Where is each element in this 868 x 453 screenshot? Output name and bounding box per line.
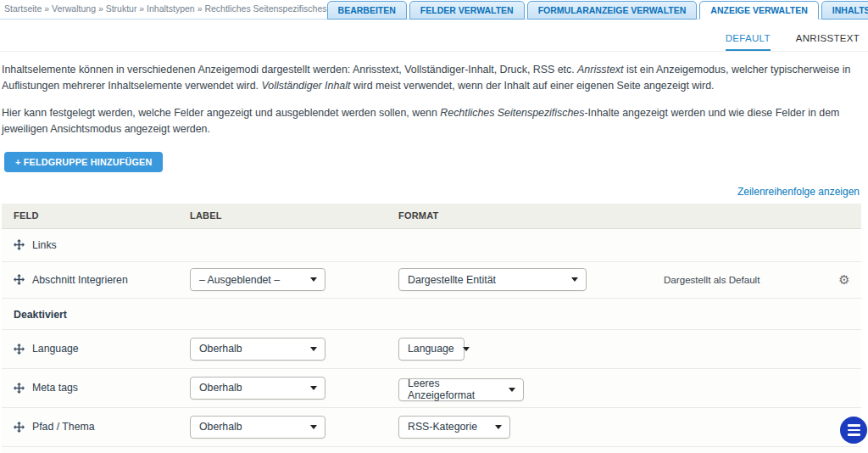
table-section-row: Deaktiviert: [2, 299, 861, 330]
drag-handle-icon[interactable]: [14, 422, 25, 433]
table-row: Abschnitt Integrieren – Ausgeblendet – D…: [2, 262, 861, 299]
row-order-wrapper: Zeilenreihenfolge anzeigen: [2, 183, 860, 199]
add-fieldgroup-button[interactable]: + FELDGRUPPE HINZUFÜGEN: [4, 152, 163, 172]
chevron-down-icon: [571, 277, 578, 282]
table-row: Meta tags Oberhalb Leeres Anzeigeformat: [2, 369, 861, 408]
select-value: Oberhalb: [199, 421, 242, 433]
column-header-label: LABEL: [178, 210, 387, 221]
format-select[interactable]: Dargestellte Entität: [398, 268, 587, 291]
section-name: Deaktiviert: [14, 309, 67, 321]
intro-paragraph-2: Hier kann festgelegt werden, welche Feld…: [2, 105, 861, 138]
display-fields-table: FELD LABEL FORMAT Links Abschnitt Integr: [2, 204, 861, 453]
primary-tabs: BEARBEITEN FELDER VERWALTEN FORMULARANZE…: [327, 1, 868, 19]
format-select[interactable]: RSS-Kategorie: [398, 416, 510, 439]
select-value: Leeres Anzeigeformat: [408, 378, 500, 401]
field-name: Meta tags: [32, 382, 78, 394]
field-name: Links: [32, 239, 57, 251]
intro-text: Inhaltselemente können in verschiedenen …: [2, 64, 577, 76]
label-select[interactable]: Oberhalb: [190, 416, 326, 439]
table-row: Pfad / Thema Oberhalb RSS-Kategorie: [2, 408, 861, 447]
table-row: Real-time SEO Oberhalb Echtzeit-SEO-Anze…: [2, 447, 861, 453]
select-value: Oberhalb: [199, 382, 242, 394]
subtab-default[interactable]: DEFAULT: [726, 33, 771, 51]
view-mode-tabs: DEFAULT ANRISSTEXT: [0, 20, 868, 52]
chevron-down-icon: [310, 386, 317, 390]
chevron-down-icon: [310, 347, 317, 351]
table-row: Links: [2, 229, 861, 262]
format-select[interactable]: Leeres Anzeigeformat: [398, 378, 524, 401]
select-value: Dargestellte Entität: [408, 274, 496, 286]
tab-formularanzeige-verwalten[interactable]: FORMULARANZEIGE VERWALTEN: [527, 1, 698, 20]
tab-felder-verwalten[interactable]: FELDER VERWALTEN: [409, 1, 525, 20]
intro-text: Hier kann festgelegt werden, welche Feld…: [2, 107, 440, 119]
breadcrumb[interactable]: Startseite » Verwaltung » Struktur » Inh…: [4, 3, 327, 19]
table-row: Language Oberhalb Language: [2, 330, 861, 369]
intro-text-italic: Vollständiger Inhalt: [261, 80, 350, 92]
drag-handle-icon[interactable]: [14, 344, 25, 355]
drag-handle-icon[interactable]: [14, 239, 25, 250]
tab-inhaltstyp-uebersetzen[interactable]: INHALTSTYP ÜBERSETZEN: [821, 1, 868, 20]
chevron-down-icon: [509, 388, 515, 392]
show-row-weights-link[interactable]: Zeilenreihenfolge anzeigen: [737, 186, 860, 198]
drag-handle-icon[interactable]: [14, 274, 25, 285]
select-value: – Ausgeblendet –: [199, 274, 280, 286]
field-name: Language: [32, 343, 79, 355]
chevron-down-icon: [310, 277, 317, 282]
select-value: RSS-Kategorie: [408, 421, 477, 433]
label-select[interactable]: Oberhalb: [190, 338, 326, 361]
hamburger-menu-icon: [848, 424, 860, 427]
drag-handle-icon[interactable]: [14, 383, 25, 394]
header-bar: Startseite » Verwaltung » Struktur » Inh…: [0, 0, 868, 20]
select-value: Language: [408, 343, 454, 355]
chevron-down-icon: [310, 425, 317, 429]
label-select[interactable]: – Ausgeblendet –: [190, 268, 326, 291]
hamburger-menu-icon: [848, 433, 860, 436]
tab-anzeige-verwalten[interactable]: ANZEIGE VERWALTEN: [699, 1, 819, 20]
select-value: Oberhalb: [199, 343, 242, 355]
intro-text-italic: Anrisstext: [577, 64, 623, 76]
tab-bearbeiten[interactable]: BEARBEITEN: [327, 1, 407, 20]
column-header-format: FORMAT: [387, 210, 664, 221]
format-summary: Dargestellt als Default: [664, 274, 827, 285]
column-header-feld: FELD: [2, 210, 178, 221]
intro-text: wird meist verwendet, wenn der Inhalt au…: [350, 80, 714, 92]
chevron-down-icon: [463, 347, 470, 351]
table-header-row: FELD LABEL FORMAT: [2, 204, 861, 229]
chevron-down-icon: [495, 425, 502, 429]
settings-gear-icon[interactable]: ⚙: [838, 272, 849, 287]
intro-paragraph-1: Inhaltselemente können in verschiedenen …: [2, 62, 861, 95]
subtab-anrisstext[interactable]: ANRISSTEXT: [796, 33, 860, 51]
hamburger-menu-icon: [848, 429, 860, 432]
label-select[interactable]: Oberhalb: [190, 377, 326, 400]
format-select[interactable]: Language: [398, 338, 465, 361]
intro-text-italic: Rechtliches Seitenspezifisches: [440, 107, 584, 119]
field-name: Abschnitt Integrieren: [32, 274, 128, 286]
field-name: Pfad / Thema: [32, 421, 95, 433]
admin-menu-fab[interactable]: [840, 417, 867, 444]
